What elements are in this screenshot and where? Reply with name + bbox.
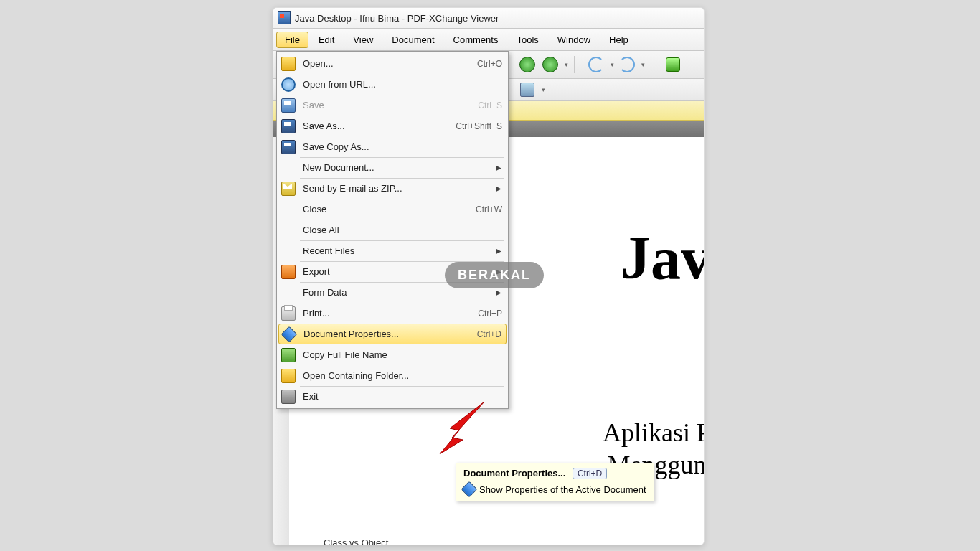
save-icon	[280, 97, 297, 114]
redo-button[interactable]	[617, 55, 637, 75]
menu-item-doc_props[interactable]: Document Properties...Ctrl+D	[278, 324, 507, 344]
menu-item-shortcut: Ctrl+S	[478, 100, 502, 110]
menu-item-label: Print...	[303, 308, 472, 319]
menu-item-shortcut: Ctrl+D	[477, 329, 501, 339]
menu-item-new_doc[interactable]: New Document...▶	[278, 157, 507, 178]
menu-item-shortcut: Ctrl+Shift+S	[456, 121, 502, 131]
back-icon	[519, 57, 535, 72]
file-menu-dropdown: Open...Ctrl+OOpen from URL...SaveCtrl+SS…	[276, 51, 509, 409]
menu-item-label: Close	[303, 204, 470, 215]
submenu-arrow-icon: ▶	[495, 184, 502, 192]
menu-edit[interactable]: Edit	[310, 32, 343, 48]
menu-item-exit[interactable]: Exit	[278, 386, 507, 407]
dropdown-arrow-icon[interactable]: ▾	[641, 61, 645, 68]
menu-item-open[interactable]: Open...Ctrl+O	[278, 53, 507, 74]
menu-document[interactable]: Document	[383, 32, 443, 48]
menu-item-label: Send by E-mail as ZIP...	[303, 183, 489, 194]
tooltip: Document Properties... Ctrl+D Show Prope…	[456, 463, 654, 501]
menu-item-label: New Document...	[303, 162, 489, 173]
dropdown-arrow-icon[interactable]: ▾	[565, 61, 568, 68]
nav-forward-button[interactable]	[540, 55, 560, 75]
watermark-badge: BERAKAL	[445, 262, 544, 288]
edit-tool-button[interactable]	[517, 80, 537, 100]
folder-icon	[280, 55, 297, 72]
title-bar: Java Desktop - Ifnu Bima - PDF-XChange V…	[273, 8, 704, 29]
menu-item-label: Copy Full File Name	[303, 349, 502, 360]
submenu-arrow-icon: ▶	[495, 288, 502, 296]
props-icon	[281, 326, 298, 343]
dropdown-arrow-icon[interactable]: ▾	[611, 61, 614, 68]
menu-item-save_copy[interactable]: Save Copy As...	[278, 136, 507, 157]
openfolder-icon	[280, 367, 297, 385]
pencil-icon	[520, 83, 534, 97]
menu-item-open_url[interactable]: Open from URL...	[278, 74, 507, 95]
blank-icon	[280, 159, 297, 176]
menu-item-save_as[interactable]: Save As...Ctrl+Shift+S	[278, 116, 507, 136]
menu-item-label: Open Containing Folder...	[303, 370, 502, 381]
menu-file[interactable]: File	[276, 32, 308, 48]
menu-item-label: Open from URL...	[303, 79, 502, 90]
forward-icon	[542, 57, 558, 72]
menu-item-shortcut: Ctrl+W	[476, 204, 502, 215]
refresh-button[interactable]	[663, 55, 683, 75]
menu-item-email_zip[interactable]: Send by E-mail as ZIP...▶	[278, 178, 507, 199]
menu-item-label: Exit	[303, 391, 502, 402]
menu-item-label: Save As...	[303, 121, 450, 131]
tooltip-shortcut: Ctrl+D	[573, 468, 607, 479]
menu-item-label: Document Properties...	[303, 329, 471, 339]
undo-icon	[588, 57, 604, 72]
menu-comments[interactable]: Comments	[445, 32, 507, 48]
mail-icon	[280, 180, 297, 197]
redo-icon	[619, 57, 635, 72]
print-icon	[280, 305, 297, 322]
menu-item-open_folder[interactable]: Open Containing Folder...	[278, 365, 507, 386]
menu-item-label: Form Data	[303, 287, 489, 298]
dropdown-arrow-icon[interactable]: ▾	[542, 86, 545, 93]
saveas-icon	[280, 118, 297, 135]
menu-item-label: Save	[303, 100, 472, 110]
submenu-arrow-icon: ▶	[495, 247, 502, 255]
menu-item-recent[interactable]: Recent Files▶	[278, 240, 507, 261]
menu-item-shortcut: Ctrl+O	[477, 59, 502, 69]
globe-icon	[280, 76, 297, 93]
submenu-arrow-icon: ▶	[495, 164, 502, 171]
window-title: Java Desktop - Ifnu Bima - PDF-XChange V…	[295, 13, 499, 24]
tooltip-title: Document Properties...	[463, 468, 565, 479]
obscured-bookmark-text: Class vs Object	[324, 537, 388, 545]
menu-help[interactable]: Help	[600, 32, 637, 48]
blank-icon	[280, 222, 297, 239]
menu-item-close[interactable]: CloseCtrl+W	[278, 199, 507, 220]
refresh-icon	[666, 57, 680, 72]
menu-item-close_all[interactable]: Close All	[278, 220, 507, 240]
menu-item-save[interactable]: SaveCtrl+S	[278, 95, 507, 116]
export-icon	[280, 263, 297, 281]
document-heading: Jav	[621, 223, 705, 293]
menu-item-label: Recent Files	[303, 245, 489, 256]
blank-icon	[280, 284, 297, 301]
exit-icon	[280, 388, 297, 405]
menu-item-label: Close All	[303, 225, 502, 235]
nav-back-button[interactable]	[517, 55, 537, 75]
menu-item-print[interactable]: Print...Ctrl+P	[278, 303, 507, 324]
blank-icon	[280, 242, 297, 260]
app-icon	[278, 11, 291, 24]
blank-icon	[280, 201, 297, 218]
properties-icon	[461, 481, 478, 498]
saveas-icon	[280, 138, 297, 156]
subtitle-line1: Aplikasi P	[603, 418, 705, 447]
undo-button[interactable]	[586, 55, 606, 75]
menu-bar: File Edit View Document Comments Tools W…	[273, 29, 704, 51]
copyname-icon	[280, 347, 297, 364]
menu-view[interactable]: View	[344, 32, 382, 48]
menu-item-shortcut: Ctrl+P	[478, 309, 502, 319]
tooltip-description: Show Properties of the Active Document	[479, 484, 646, 495]
menu-item-label: Open...	[303, 58, 471, 69]
menu-item-copy_name[interactable]: Copy Full File Name	[278, 344, 507, 365]
menu-window[interactable]: Window	[549, 32, 599, 48]
menu-item-label: Save Copy As...	[303, 141, 502, 152]
menu-tools[interactable]: Tools	[508, 32, 547, 48]
